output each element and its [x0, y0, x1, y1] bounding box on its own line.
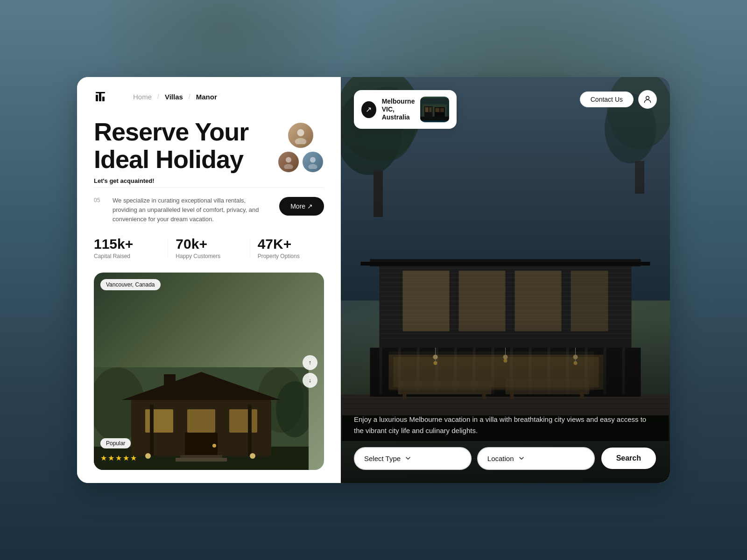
hero-title: Reserve Your Ideal Holiday — [94, 118, 270, 174]
melbourne-card: ↗ Melbourne VIC,Australia — [354, 90, 457, 129]
divider — [94, 187, 324, 188]
svg-point-8 — [310, 157, 316, 163]
svg-rect-0 — [96, 95, 98, 101]
melbourne-info: Melbourne VIC,Australia — [382, 98, 415, 121]
next-arrow[interactable]: ↓ — [303, 373, 317, 388]
melbourne-arrow[interactable]: ↗ — [361, 101, 376, 118]
svg-rect-59 — [459, 271, 506, 331]
bottom-desc-text: Enjoy a luxurious Melbourne vacation in … — [354, 414, 657, 436]
svg-rect-103 — [436, 108, 440, 112]
subtitle: Let's get acquainted! — [94, 177, 324, 184]
svg-point-94 — [504, 359, 507, 363]
more-button[interactable]: More ↗ — [279, 197, 324, 216]
desc-row: 05 We specialize in curating exceptional… — [94, 196, 324, 224]
search-button[interactable]: Search — [600, 447, 657, 470]
svg-point-9 — [308, 164, 317, 169]
left-panel: Home / Villas / Manor Reserve Your Ideal… — [77, 77, 341, 483]
nav-villas[interactable]: Villas — [161, 93, 187, 101]
svg-rect-105 — [420, 117, 449, 121]
svg-rect-85 — [398, 380, 492, 394]
avatar-stack — [277, 122, 324, 173]
svg-rect-26 — [248, 405, 252, 456]
star-2: ★ — [108, 454, 114, 462]
svg-rect-77 — [604, 348, 606, 394]
svg-rect-58 — [403, 271, 450, 331]
svg-rect-2 — [102, 97, 105, 101]
svg-point-92 — [434, 361, 437, 365]
svg-rect-104 — [441, 108, 444, 112]
svg-rect-101 — [430, 107, 432, 112]
stat-capital-label: Capital Raised — [94, 253, 160, 259]
stat-capital-value: 115k+ — [94, 237, 160, 251]
svg-rect-90 — [580, 392, 584, 399]
stat-customers: 70k+ Happy Customers — [176, 237, 242, 259]
desc-number: 05 — [94, 196, 103, 203]
nav-sep-1: / — [157, 93, 159, 100]
select-type-label: Select Type — [364, 455, 401, 462]
melbourne-title: Melbourne VIC,Australia — [382, 98, 415, 121]
nav-links: Home / Villas / Manor — [129, 93, 221, 101]
logo — [94, 90, 107, 103]
right-panel: ↗ Melbourne VIC,Australia — [341, 77, 670, 483]
location-button[interactable]: Location — [477, 447, 595, 470]
stat-properties-label: Property Options — [258, 253, 324, 259]
nav-home[interactable]: Home — [129, 93, 155, 101]
nav-manor[interactable]: Manor — [192, 93, 221, 101]
hero-section: Reserve Your Ideal Holiday — [94, 118, 324, 174]
bottom-description: Enjoy a luxurious Melbourne vacation in … — [354, 414, 657, 436]
house-illustration — [341, 208, 670, 441]
svg-rect-78 — [622, 348, 625, 394]
stat-properties: 47K+ Property Options — [258, 237, 324, 259]
right-header: Contact Us — [580, 90, 657, 109]
svg-rect-35 — [635, 161, 644, 194]
stat-capital: 115k+ Capital Raised — [94, 237, 160, 259]
prev-arrow[interactable]: ↑ — [303, 355, 317, 370]
svg-point-22 — [212, 444, 216, 448]
svg-point-96 — [574, 361, 578, 365]
avatar-2 — [277, 151, 300, 173]
stat-customers-value: 70k+ — [176, 237, 242, 251]
star-4: ★ — [123, 454, 129, 462]
stat-properties-value: 47K+ — [258, 237, 324, 251]
mel-thumb-inner — [420, 97, 449, 122]
svg-rect-87 — [403, 392, 407, 399]
stat-customers-label: Happy Customers — [176, 253, 242, 259]
avatar-3 — [302, 151, 324, 173]
property-card: Vancouver, Canada — [94, 273, 324, 470]
stat-div-2 — [250, 239, 250, 258]
svg-rect-17 — [164, 374, 176, 393]
user-icon-button[interactable] — [638, 90, 657, 109]
melbourne-thumbnail — [420, 97, 449, 122]
svg-rect-86 — [506, 379, 590, 394]
nav-sep-2: / — [189, 93, 190, 100]
svg-rect-88 — [482, 392, 486, 399]
star-1: ★ — [100, 454, 107, 462]
star-5: ★ — [130, 454, 137, 462]
main-card: Home / Villas / Manor Reserve Your Ideal… — [77, 77, 670, 483]
location-label: Location — [487, 455, 514, 462]
search-bar: Select Type Location Search — [354, 447, 657, 470]
svg-rect-24 — [176, 458, 227, 462]
stats-row: 115k+ Capital Raised 70k+ Happy Customer… — [94, 237, 324, 259]
avatar-row — [277, 151, 324, 173]
svg-rect-19 — [187, 409, 215, 433]
navbar: Home / Villas / Manor — [94, 90, 324, 103]
svg-rect-63 — [361, 262, 650, 266]
chevron-down-icon — [404, 455, 412, 462]
svg-rect-3 — [96, 92, 105, 93]
svg-point-106 — [646, 96, 649, 99]
nav-arrows: ↑ ↓ — [303, 355, 317, 388]
contact-button[interactable]: Contact Us — [580, 91, 634, 107]
svg-rect-37 — [341, 394, 670, 415]
select-type-button[interactable]: Select Type — [354, 447, 472, 470]
svg-rect-61 — [571, 271, 608, 331]
svg-point-6 — [286, 157, 291, 163]
star-3: ★ — [115, 454, 122, 462]
stat-div-1 — [168, 239, 168, 258]
svg-point-5 — [295, 138, 307, 144]
popular-badge: Popular — [100, 438, 131, 448]
svg-rect-60 — [515, 271, 562, 331]
svg-rect-18 — [145, 409, 173, 433]
svg-rect-89 — [510, 392, 514, 399]
svg-rect-25 — [150, 405, 154, 456]
